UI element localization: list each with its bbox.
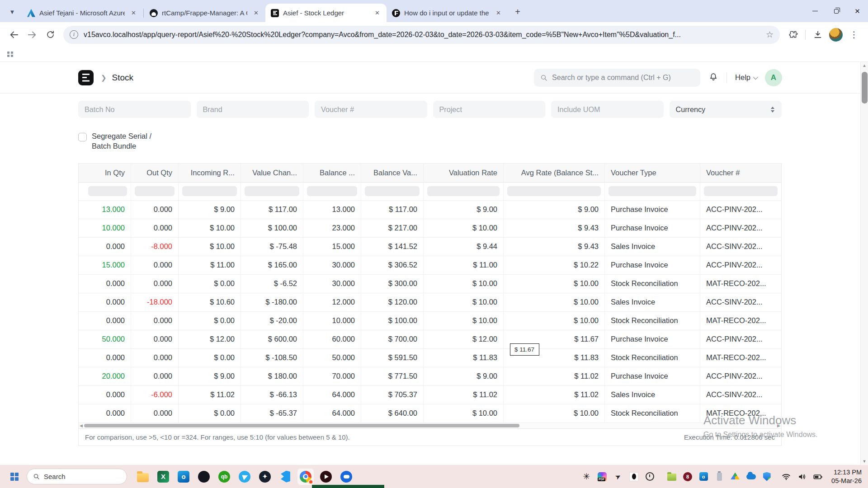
- vscode-app[interactable]: [277, 469, 293, 485]
- site-info-icon[interactable]: i: [70, 30, 78, 39]
- column-header-balance_value[interactable]: Balance Va...: [361, 164, 424, 183]
- table-horizontal-scrollbar[interactable]: ◀ ▶: [79, 423, 781, 428]
- column-header-voucher_type[interactable]: Voucher Type: [605, 164, 700, 183]
- volume-icon[interactable]: [797, 472, 807, 482]
- outlook-app[interactable]: o: [175, 469, 192, 485]
- cell-in_qty: 0.000: [85, 386, 131, 404]
- batch-no-filter[interactable]: Batch No: [78, 101, 191, 118]
- url-text[interactable]: v15avco.localhost/app/query-report/Asief…: [84, 31, 761, 39]
- dark-circle-app[interactable]: [196, 469, 212, 485]
- column-filter-input[interactable]: [245, 186, 299, 196]
- column-filter-input[interactable]: [427, 186, 500, 196]
- column-filter-input[interactable]: [307, 186, 357, 196]
- file-explorer-app[interactable]: [135, 469, 151, 485]
- tab-close-icon[interactable]: ✕: [373, 9, 382, 17]
- tab-close-icon[interactable]: ✕: [251, 9, 261, 17]
- column-header-incoming_rate[interactable]: Incoming R...: [179, 164, 241, 183]
- scroll-right-icon[interactable]: ▶: [777, 423, 780, 428]
- chatgpt-icon[interactable]: ✳: [581, 472, 591, 482]
- downloads-button[interactable]: [810, 27, 826, 42]
- battery-icon[interactable]: [813, 472, 823, 482]
- tab-close-icon[interactable]: ✕: [129, 9, 138, 17]
- profile-button[interactable]: [828, 27, 844, 42]
- hscrollbar-thumb[interactable]: [84, 424, 519, 427]
- url-bar[interactable]: i v15avco.localhost/app/query-report/Asi…: [63, 26, 780, 44]
- wifi-icon[interactable]: [781, 472, 791, 482]
- scroll-left-icon[interactable]: ◀: [80, 423, 83, 428]
- taskbar-clock[interactable]: 12:13 PM 05-Mar-26: [831, 468, 862, 485]
- new-tab-button[interactable]: +: [511, 5, 524, 18]
- excel-app[interactable]: X: [155, 469, 171, 485]
- google-drive-icon[interactable]: [730, 472, 740, 482]
- outlook-tray-icon[interactable]: o: [698, 472, 708, 482]
- social-app[interactable]: ✦: [257, 469, 273, 485]
- send-plane-icon[interactable]: ➤: [611, 470, 625, 483]
- back-button[interactable]: [6, 27, 22, 42]
- column-filter-input[interactable]: [365, 186, 420, 196]
- reload-button[interactable]: [42, 27, 58, 42]
- column-header-value_change[interactable]: Value Chan...: [241, 164, 303, 183]
- minimize-button[interactable]: [804, 0, 826, 22]
- apps-grid-icon[interactable]: [7, 52, 13, 57]
- clock-app-icon[interactable]: [645, 472, 655, 482]
- segregate-checkbox[interactable]: [78, 133, 87, 141]
- browser-menu-button[interactable]: ⋮: [846, 27, 862, 42]
- tab-forum[interactable]: How do i input or update the va ✕: [387, 4, 508, 22]
- close-button[interactable]: ✕: [847, 0, 868, 22]
- tab-github[interactable]: rtCamp/Frappe-Manager: A CLI ✕: [144, 4, 265, 22]
- erpnext-logo[interactable]: [78, 70, 94, 85]
- breadcrumb[interactable]: Stock: [112, 73, 134, 83]
- cloud-app[interactable]: [338, 469, 354, 485]
- quickbooks-app[interactable]: qb: [216, 469, 232, 485]
- user-avatar[interactable]: A: [765, 69, 782, 86]
- project-filter[interactable]: Project: [433, 101, 546, 118]
- column-filter-input[interactable]: [704, 186, 778, 196]
- column-header-valuation_rate[interactable]: Valuation Rate: [424, 164, 504, 183]
- notifications-button[interactable]: [708, 72, 718, 84]
- chrome-app[interactable]: [297, 469, 314, 485]
- vscrollbar-thumb[interactable]: [862, 72, 868, 103]
- column-header-out_qty[interactable]: Out Qty: [131, 164, 179, 183]
- start-button[interactable]: [6, 469, 23, 485]
- onedrive-icon[interactable]: [746, 472, 756, 482]
- taskbar-search[interactable]: Search: [27, 469, 127, 484]
- page-vertical-scrollbar[interactable]: ▲ ▼: [860, 62, 868, 465]
- column-header-balance_qty[interactable]: Balance ...: [303, 164, 361, 183]
- telegram-app[interactable]: [236, 469, 253, 485]
- media-player-app[interactable]: [318, 469, 334, 485]
- bookmark-star-icon[interactable]: ☆: [766, 29, 774, 40]
- forward-button[interactable]: [24, 27, 40, 42]
- pdf-tool-icon[interactable]: PDF: [597, 472, 607, 482]
- eight-ball-icon[interactable]: 8: [683, 472, 693, 482]
- maximize-button[interactable]: [826, 0, 847, 22]
- clock-time: 12:13 PM: [831, 468, 862, 477]
- column-filter-input[interactable]: [609, 186, 696, 196]
- folder-tool-icon[interactable]: [667, 472, 677, 482]
- cell-value_change: $ 165.00: [241, 256, 303, 275]
- scroll-up-icon[interactable]: ▲: [861, 63, 868, 68]
- column-filter-input[interactable]: [507, 186, 601, 196]
- tab-azure[interactable]: Asief Tejani - Microsoft Azure ✕: [22, 4, 143, 22]
- cell-valuation_rate: $ 10.00: [424, 293, 504, 312]
- bookmarks-bar: [0, 47, 868, 62]
- help-menu[interactable]: Help: [735, 73, 757, 82]
- column-header-in_qty[interactable]: In Qty: [85, 164, 131, 183]
- security-shield-icon[interactable]: [762, 472, 772, 482]
- include-uom-filter[interactable]: Include UOM: [551, 101, 664, 118]
- currency-select[interactable]: Currency: [670, 101, 782, 118]
- tab-stock-ledger-active[interactable]: Asief - Stock Ledger ✕: [265, 4, 387, 22]
- app-search-input[interactable]: Search or type a command (Ctrl + G): [534, 69, 700, 87]
- recorder-icon[interactable]: [629, 472, 639, 482]
- column-filter-input[interactable]: [135, 186, 175, 196]
- tab-search-button[interactable]: ▼: [5, 5, 19, 19]
- scroll-down-icon[interactable]: ▼: [861, 459, 868, 464]
- tab-close-icon[interactable]: ✕: [494, 9, 503, 17]
- column-header-avg_rate[interactable]: Avg Rate (Balance St...: [504, 164, 605, 183]
- column-header-voucher_no[interactable]: Voucher #: [700, 164, 781, 183]
- usb-drive-icon[interactable]: [714, 472, 724, 482]
- brand-filter[interactable]: Brand: [197, 101, 309, 118]
- voucher-no-filter[interactable]: Voucher #: [315, 101, 427, 118]
- column-filter-input[interactable]: [88, 186, 127, 196]
- column-filter-input[interactable]: [182, 186, 237, 196]
- extensions-button[interactable]: [785, 27, 801, 42]
